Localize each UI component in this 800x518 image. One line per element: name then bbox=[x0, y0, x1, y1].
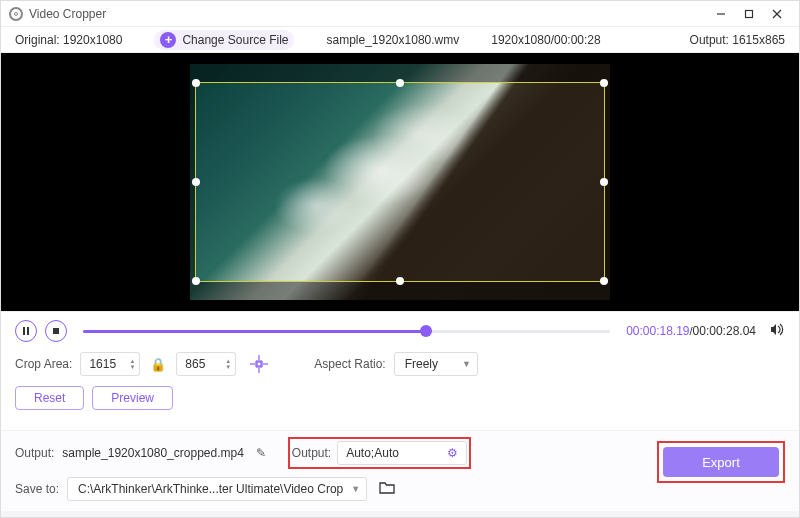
window-title: Video Cropper bbox=[29, 7, 707, 21]
aspect-ratio-value: Freely bbox=[405, 357, 438, 371]
pause-button[interactable] bbox=[15, 320, 37, 342]
output-settings-label: Output: bbox=[292, 446, 331, 460]
output-filename: sample_1920x1080_cropped.mp4 bbox=[62, 446, 243, 460]
edit-filename-icon[interactable]: ✎ bbox=[256, 446, 266, 460]
crop-width-input[interactable] bbox=[89, 357, 125, 371]
crop-handle[interactable] bbox=[396, 277, 404, 285]
preview-button[interactable]: Preview bbox=[92, 386, 173, 410]
crop-handle[interactable] bbox=[192, 277, 200, 285]
output-settings-value: Auto;Auto bbox=[346, 446, 399, 460]
crop-height-field[interactable]: ▲▼ bbox=[176, 352, 236, 376]
export-button[interactable]: Export bbox=[663, 447, 779, 477]
change-source-button[interactable]: + Change Source File bbox=[154, 30, 294, 50]
timeline-knob[interactable] bbox=[420, 325, 432, 337]
crop-handle[interactable] bbox=[396, 79, 404, 87]
open-folder-icon[interactable] bbox=[379, 481, 395, 497]
chevron-down-icon: ▼ bbox=[462, 359, 471, 369]
svg-rect-6 bbox=[53, 328, 59, 334]
crop-handle[interactable] bbox=[600, 79, 608, 87]
playback-time: 00:00:18.19/00:00:28.04 bbox=[626, 324, 756, 338]
crop-handle[interactable] bbox=[600, 178, 608, 186]
volume-icon[interactable] bbox=[770, 323, 785, 339]
video-frame bbox=[190, 64, 610, 300]
app-logo-icon bbox=[9, 7, 23, 21]
source-filename: sample_1920x1080.wmv bbox=[326, 33, 459, 47]
change-source-label: Change Source File bbox=[182, 33, 288, 47]
output-dimensions: Output: 1615x865 bbox=[690, 33, 785, 47]
chevron-down-icon: ▼ bbox=[351, 484, 360, 494]
gear-icon[interactable]: ⚙ bbox=[447, 446, 458, 460]
video-preview[interactable] bbox=[1, 53, 799, 311]
crop-handle[interactable] bbox=[600, 277, 608, 285]
spin-down[interactable]: ▼ bbox=[129, 364, 135, 370]
plus-icon: + bbox=[160, 32, 176, 48]
maximize-button[interactable] bbox=[735, 4, 763, 24]
save-path-select[interactable]: C:\ArkThinker\ArkThinke...ter Ultimate\V… bbox=[67, 477, 367, 501]
minimize-button[interactable] bbox=[707, 4, 735, 24]
svg-rect-5 bbox=[27, 327, 29, 335]
lock-aspect-icon[interactable]: 🔒 bbox=[150, 357, 166, 372]
svg-rect-4 bbox=[23, 327, 25, 335]
save-path-value: C:\ArkThinker\ArkThinke...ter Ultimate\V… bbox=[78, 482, 343, 496]
output-settings-field[interactable]: Auto;Auto ⚙ bbox=[337, 441, 467, 465]
close-button[interactable] bbox=[763, 4, 791, 24]
output-settings-highlight: Output: Auto;Auto ⚙ bbox=[288, 437, 471, 469]
crop-handle[interactable] bbox=[192, 79, 200, 87]
timeline-slider[interactable] bbox=[83, 330, 610, 333]
aspect-ratio-select[interactable]: Freely ▼ bbox=[394, 352, 478, 376]
export-highlight: Export bbox=[657, 441, 785, 483]
spin-down[interactable]: ▼ bbox=[225, 364, 231, 370]
aspect-ratio-label: Aspect Ratio: bbox=[314, 357, 385, 371]
crop-handle[interactable] bbox=[192, 178, 200, 186]
source-res-duration: 1920x1080/00:00:28 bbox=[491, 33, 600, 47]
center-crop-icon[interactable] bbox=[248, 353, 270, 375]
crop-height-input[interactable] bbox=[185, 357, 221, 371]
stop-button[interactable] bbox=[45, 320, 67, 342]
crop-area-label: Crop Area: bbox=[15, 357, 72, 371]
save-to-label: Save to: bbox=[15, 482, 59, 496]
crop-width-field[interactable]: ▲▼ bbox=[80, 352, 140, 376]
reset-button[interactable]: Reset bbox=[15, 386, 84, 410]
output-label: Output: bbox=[15, 446, 54, 460]
original-dimensions: Original: 1920x1080 bbox=[15, 33, 122, 47]
svg-rect-1 bbox=[746, 10, 753, 17]
crop-rectangle[interactable] bbox=[195, 82, 605, 282]
